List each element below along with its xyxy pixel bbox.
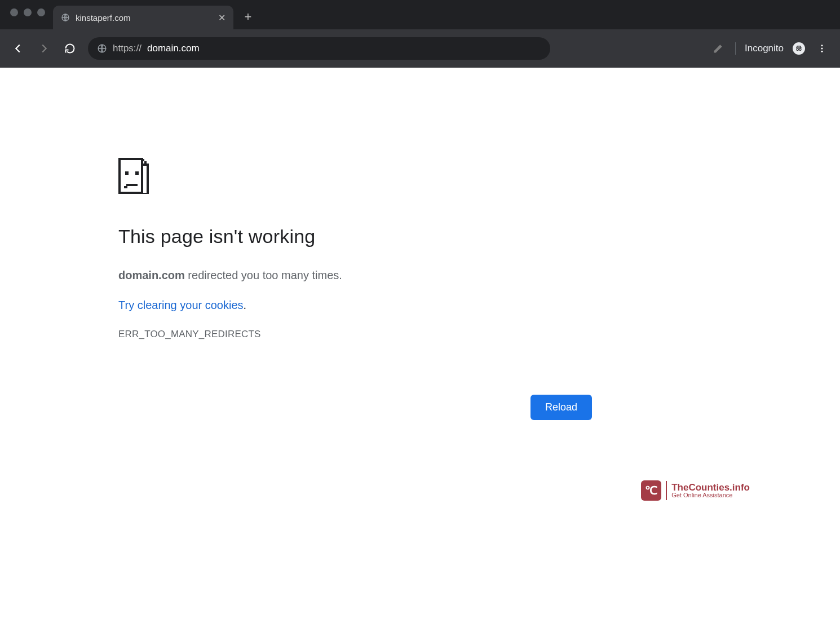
svg-rect-13 — [125, 171, 129, 175]
svg-rect-14 — [135, 171, 139, 175]
svg-rect-7 — [120, 159, 142, 193]
extension-icon[interactable] — [710, 41, 726, 56]
incognito-label: Incognito — [745, 43, 784, 54]
window-minimize-dot[interactable] — [24, 8, 32, 16]
site-info-icon[interactable] — [97, 43, 107, 54]
error-code: ERR_TOO_MANY_REDIRECTS — [118, 329, 592, 340]
url-host: domain.com — [147, 43, 200, 54]
globe-icon — [61, 13, 70, 22]
error-heading: This page isn't working — [118, 226, 592, 248]
clear-cookies-link[interactable]: Try clearing your cookies — [118, 299, 244, 311]
tab-title: kinstaperf.com — [76, 13, 213, 23]
svg-rect-9 — [144, 161, 147, 164]
watermark-glyph: ℃ — [641, 480, 661, 501]
close-icon[interactable]: ✕ — [218, 12, 226, 23]
watermark-divider — [666, 481, 667, 500]
back-button[interactable] — [10, 41, 26, 56]
separator — [735, 42, 736, 55]
svg-rect-10 — [147, 164, 149, 193]
window-close-dot[interactable] — [10, 8, 18, 16]
kebab-menu-icon[interactable] — [814, 41, 830, 56]
incognito-icon — [793, 42, 805, 55]
svg-rect-16 — [124, 186, 127, 188]
new-tab-button[interactable]: + — [237, 6, 259, 28]
error-suggestion: Try clearing your cookies. — [118, 299, 592, 312]
svg-point-2 — [797, 48, 799, 51]
reload-icon[interactable] — [62, 41, 78, 56]
link-period: . — [244, 299, 247, 311]
url-protocol: https:// — [113, 43, 142, 54]
watermark-subtitle: Get Online Assistance — [671, 492, 750, 498]
svg-point-6 — [821, 51, 823, 52]
address-bar[interactable]: https://domain.com — [88, 37, 550, 60]
error-interstitial: This page isn't working domain.com redir… — [118, 158, 592, 340]
svg-rect-11 — [142, 164, 149, 166]
reload-button[interactable]: Reload — [530, 395, 592, 420]
window-controls[interactable] — [7, 0, 53, 29]
watermark-logo: ℃ TheCounties.info Get Online Assistance — [641, 480, 750, 501]
error-description: domain.com redirected you too many times… — [118, 269, 592, 282]
svg-rect-15 — [126, 184, 138, 186]
browser-tab[interactable]: kinstaperf.com ✕ — [53, 6, 233, 29]
svg-point-3 — [799, 48, 802, 51]
svg-rect-12 — [120, 193, 149, 194]
sad-page-icon — [118, 158, 592, 194]
error-desc-rest: redirected you too many times. — [185, 269, 342, 281]
watermark-title: TheCounties.info — [671, 483, 750, 492]
svg-rect-8 — [142, 159, 144, 161]
svg-point-4 — [821, 45, 823, 46]
forward-button[interactable] — [36, 41, 52, 56]
svg-point-5 — [821, 48, 823, 50]
error-host: domain.com — [118, 269, 185, 281]
window-zoom-dot[interactable] — [37, 8, 45, 16]
